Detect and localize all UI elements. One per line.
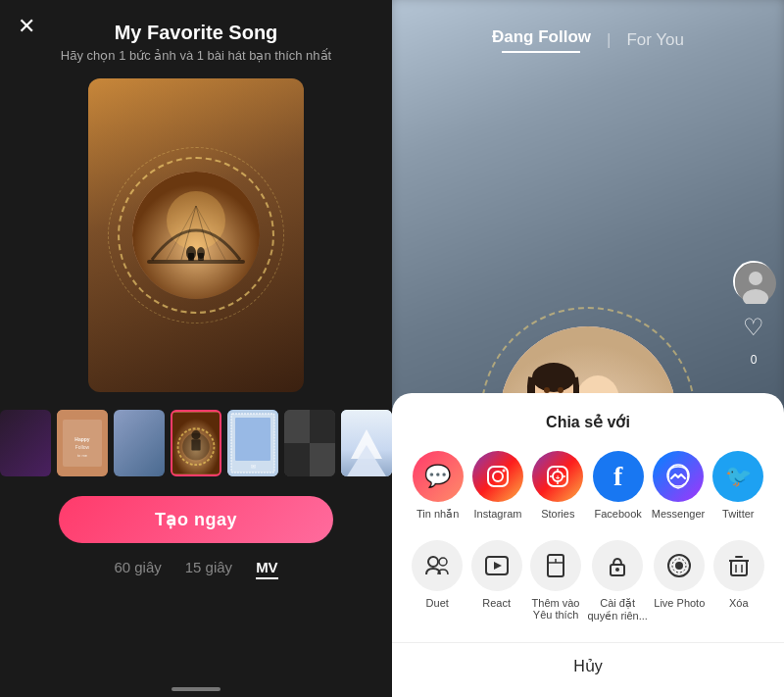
stories-svg: +	[545, 464, 570, 489]
right-header: Đang Follow | For You	[392, 0, 784, 53]
svg-text:to me: to me	[77, 453, 88, 458]
share-settings[interactable]: Cài đặt quyền riên...	[587, 540, 647, 622]
svg-text:✉: ✉	[251, 464, 256, 470]
stories-icon: +	[532, 451, 583, 502]
settings-label: Cài đặt quyền riên...	[587, 597, 647, 622]
livephoto-svg	[666, 553, 692, 578]
svg-point-62	[428, 557, 438, 567]
vinyl-circle	[127, 167, 265, 304]
svg-text:Follow: Follow	[75, 444, 90, 450]
thumb-5[interactable]: ✉	[227, 410, 278, 476]
twitter-label: Twitter	[722, 508, 754, 520]
svg-text:+: +	[556, 473, 561, 482]
duet-icon	[412, 540, 463, 591]
bridge-photo	[132, 172, 260, 299]
thumb7-svg	[341, 410, 392, 476]
facebook-icon: f	[593, 451, 644, 502]
add-favorite-label: Thêm vào Yêu thích	[532, 597, 580, 621]
messenger-label: Messenger	[652, 508, 705, 520]
svg-point-19	[191, 430, 200, 439]
thumb-2[interactable]: Happy Follow to me	[57, 410, 108, 476]
tab-follow-container: Đang Follow	[492, 27, 591, 53]
svg-point-49	[749, 272, 762, 285]
create-button[interactable]: Tạo ngay	[59, 496, 333, 543]
svg-point-63	[439, 558, 447, 566]
trash-svg	[726, 553, 752, 578]
thumb-1[interactable]	[0, 410, 51, 476]
share-row-2: Duet React	[392, 540, 784, 622]
thumb4-svg	[172, 412, 220, 474]
svg-point-47	[558, 387, 564, 393]
share-react[interactable]: React	[469, 540, 524, 622]
thumb6-svg	[284, 410, 335, 476]
svg-rect-8	[188, 253, 194, 261]
tab-mv[interactable]: MV	[256, 559, 278, 579]
close-button[interactable]: ✕	[18, 16, 35, 37]
react-label: React	[482, 597, 511, 609]
tab-dang-follow[interactable]: Đang Follow	[492, 27, 591, 46]
svg-rect-23	[235, 418, 270, 461]
share-twitter[interactable]: 🐦 Twitter	[710, 451, 765, 521]
svg-rect-66	[548, 555, 564, 576]
tab-for-you[interactable]: For You	[626, 30, 684, 50]
tab-divider: |	[607, 30, 611, 50]
thumb5-svg: ✉	[227, 410, 278, 476]
page-title: My Favorite Song	[115, 22, 278, 44]
share-messenger[interactable]: Messenger	[651, 451, 706, 521]
svg-rect-12	[63, 420, 102, 467]
facebook-label: Facebook	[594, 508, 641, 520]
tab-60s[interactable]: 60 giây	[114, 559, 161, 579]
preview-inner	[88, 78, 304, 392]
user-avatar[interactable]	[733, 261, 774, 302]
thumb-6[interactable]	[284, 410, 335, 476]
instagram-label: Instagram	[474, 508, 522, 520]
tab-15s[interactable]: 15 giây	[185, 559, 232, 579]
share-duet[interactable]: Duet	[410, 540, 465, 622]
share-add-favorite[interactable]: Thêm vào Yêu thích	[528, 540, 583, 622]
thumbnail-strip: Happy Follow to me	[0, 410, 402, 476]
share-stories[interactable]: + Stories	[530, 451, 585, 521]
right-sidebar-actions: ♡ 0	[733, 261, 774, 367]
svg-point-52	[493, 472, 503, 481]
share-row-1: 💬 Tin nhắn Instagram	[392, 451, 784, 521]
svg-point-40	[532, 363, 575, 392]
duet-label: Duet	[426, 597, 449, 609]
svg-rect-27	[310, 443, 335, 476]
twitter-icon: 🐦	[712, 451, 763, 502]
main-preview	[88, 78, 304, 392]
avatar-svg	[735, 263, 776, 304]
svg-point-53	[502, 470, 505, 473]
heart-count: 0	[751, 353, 758, 367]
duration-tabs: 60 giây 15 giây MV	[114, 559, 277, 579]
bookmark-svg	[543, 553, 568, 578]
cancel-button[interactable]: Hủy	[573, 657, 603, 675]
svg-point-46	[544, 387, 550, 393]
tinnhan-label: Tin nhắn	[416, 508, 459, 521]
thumb-4-selected[interactable]	[171, 410, 221, 476]
share-title: Chia sẻ với	[392, 413, 784, 431]
svg-point-1	[167, 191, 225, 250]
svg-text:Happy: Happy	[74, 436, 90, 442]
share-tinnhan[interactable]: 💬 Tin nhắn	[411, 451, 466, 521]
thumb-3[interactable]	[114, 410, 165, 476]
svg-rect-2	[147, 260, 245, 264]
thumb2-svg: Happy Follow to me	[57, 410, 108, 476]
photo-circle	[132, 172, 260, 299]
svg-rect-28	[310, 410, 335, 443]
instagram-icon	[472, 451, 523, 502]
cancel-row: Hủy	[392, 642, 784, 683]
svg-point-70	[615, 568, 619, 572]
share-delete[interactable]: Xóa	[711, 540, 766, 622]
bottom-indicator	[172, 687, 220, 691]
left-panel: ✕ My Favorite Song Hãy chọn 1 bức ảnh và…	[0, 0, 392, 697]
share-livephoto[interactable]: Live Photo	[652, 540, 707, 622]
heart-button[interactable]: ♡	[736, 310, 771, 345]
svg-rect-10	[198, 253, 204, 261]
messenger-icon	[653, 451, 704, 502]
share-facebook[interactable]: f Facebook	[591, 451, 646, 521]
share-instagram[interactable]: Instagram	[470, 451, 525, 521]
page-subtitle: Hãy chọn 1 bức ảnh và 1 bài hát bạn thíc…	[61, 48, 331, 63]
thumb-7[interactable]	[341, 410, 392, 476]
svg-point-72	[675, 562, 683, 570]
svg-rect-20	[191, 439, 200, 450]
